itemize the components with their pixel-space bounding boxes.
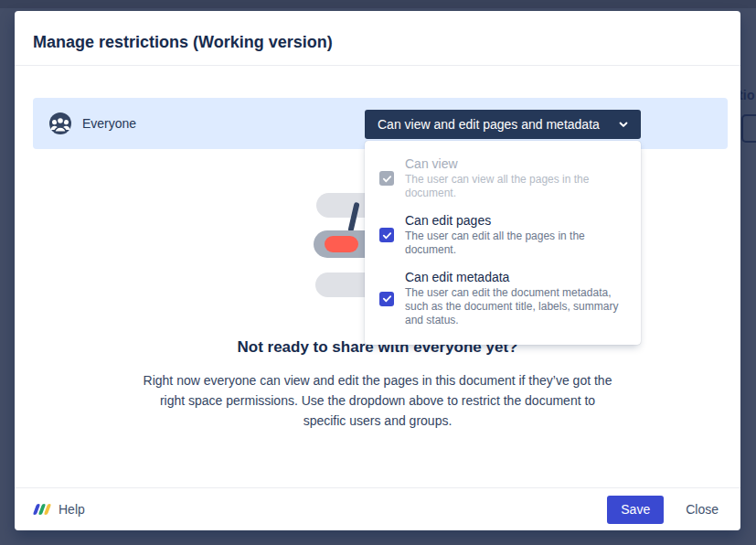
- permission-dropdown-menu: Can view The user can view all the pages…: [365, 141, 641, 345]
- help-brand-icon: [33, 503, 50, 516]
- permission-dropdown: Can view and edit pages and metadata Can…: [365, 110, 641, 345]
- checkbox-checked-disabled: [379, 171, 394, 186]
- permission-dropdown-button[interactable]: Can view and edit pages and metadata: [365, 110, 641, 139]
- menu-item-label: Can edit pages: [405, 213, 626, 228]
- menu-item-can-edit-pages[interactable]: Can edit pages The user can edit all the…: [365, 207, 641, 263]
- menu-item-description: The user can edit the document metadata,…: [405, 286, 626, 327]
- checkbox-checked[interactable]: [379, 228, 394, 242]
- background-page-icon-fragment: [741, 114, 756, 143]
- chevron-down-icon: [617, 118, 630, 131]
- people-group-icon: [48, 111, 73, 136]
- checkbox-checked[interactable]: [379, 292, 394, 306]
- menu-item-label: Can edit metadata: [405, 270, 626, 284]
- menu-item-description: The user can view all the pages in the d…: [405, 173, 626, 200]
- dialog-title: Manage restrictions (Working version): [33, 33, 722, 52]
- empty-state-description: Right now everyone can view and edit the…: [140, 370, 615, 431]
- page-top-bar: [0, 0, 756, 8]
- manage-restrictions-dialog: Manage restrictions (Working version) Ev…: [15, 11, 740, 530]
- menu-item-description: The user can edit all the pages in the d…: [405, 230, 626, 257]
- save-button[interactable]: Save: [607, 496, 664, 524]
- everyone-label: Everyone: [82, 116, 136, 131]
- help-label: Help: [59, 502, 85, 517]
- help-link[interactable]: Help: [33, 502, 85, 517]
- permission-dropdown-value: Can view and edit pages and metadata: [378, 117, 600, 132]
- illustration-bar-highlight: [325, 236, 358, 252]
- dialog-footer: Help Save Close: [15, 487, 740, 530]
- dialog-header: Manage restrictions (Working version): [15, 11, 740, 66]
- menu-item-can-edit-metadata[interactable]: Can edit metadata The user can edit the …: [365, 263, 641, 334]
- background-page-text-fragment: tio: [739, 88, 755, 102]
- close-button[interactable]: Close: [684, 498, 720, 520]
- menu-item-label: Can view: [405, 156, 626, 171]
- menu-item-can-view[interactable]: Can view The user can view all the pages…: [365, 150, 641, 207]
